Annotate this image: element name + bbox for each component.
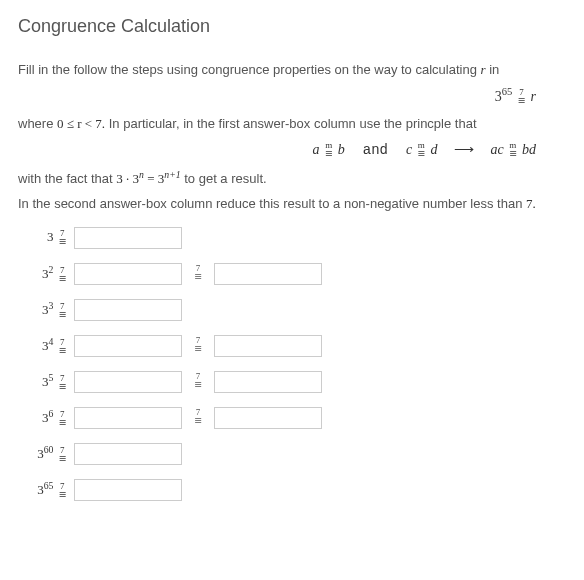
congruent-icon: m≡ xyxy=(509,141,516,160)
cond-pre: where xyxy=(18,116,53,131)
line2-main: In the second answer-box column reduce t… xyxy=(18,196,522,211)
fact-math: 3 · 3n = 3n+1 xyxy=(116,171,180,186)
d1-base: 3 xyxy=(495,89,502,104)
congruent-icon: 7≡ xyxy=(59,374,66,393)
row-label: 3 7≡ xyxy=(18,228,74,248)
congruent-icon: 7≡ xyxy=(59,229,66,248)
answer-row: 36 7≡7≡ xyxy=(18,405,566,431)
intro-tail: in xyxy=(489,62,499,77)
answer-input-col1[interactable] xyxy=(74,263,182,285)
cond-post: In particular, in the first answer-box c… xyxy=(109,116,477,131)
fact-post: to get a result. xyxy=(184,171,266,186)
answer-row: 34 7≡7≡ xyxy=(18,333,566,359)
fact-pre: with the fact that xyxy=(18,171,113,186)
answer-row: 32 7≡7≡ xyxy=(18,261,566,287)
p-a: a xyxy=(313,142,320,157)
intro-pre: Fill in the follow the steps using congr… xyxy=(18,62,477,77)
answer-input-col2[interactable] xyxy=(214,371,322,393)
row-mid: 7≡ xyxy=(182,408,214,427)
answer-row: 360 7≡ xyxy=(18,441,566,467)
answer-input-col1[interactable] xyxy=(74,335,182,357)
fact-text: with the fact that 3 · 3n = 3n+1 to get … xyxy=(18,168,566,189)
row-label: 365 7≡ xyxy=(18,479,74,501)
congruent-icon: m≡ xyxy=(418,141,425,160)
congruent-icon: 7≡ xyxy=(518,88,525,107)
answer-input-col1[interactable] xyxy=(74,407,182,429)
congruent-icon: 7≡ xyxy=(59,410,66,429)
intro-text: Fill in the follow the steps using congr… xyxy=(18,61,566,79)
row-label: 33 7≡ xyxy=(18,299,74,321)
d1-exp: 65 xyxy=(502,86,513,97)
row-label: 36 7≡ xyxy=(18,407,74,429)
row-mid: 7≡ xyxy=(182,264,214,283)
condition-text: where 0 ≤ r < 7. In particular, in the f… xyxy=(18,115,566,133)
intro-var: r xyxy=(481,62,486,77)
answer-row: 35 7≡7≡ xyxy=(18,369,566,395)
d1-rhs: r xyxy=(531,89,536,104)
congruent-icon: 7≡ xyxy=(194,336,201,355)
answer-input-col1[interactable] xyxy=(74,443,182,465)
answer-input-col2[interactable] xyxy=(214,263,322,285)
answer-input-col2[interactable] xyxy=(214,335,322,357)
row-label: 35 7≡ xyxy=(18,371,74,393)
p-c: c xyxy=(406,142,412,157)
congruent-icon: m≡ xyxy=(325,141,332,160)
row-label: 360 7≡ xyxy=(18,443,74,465)
row-label: 34 7≡ xyxy=(18,335,74,357)
answer-row: 33 7≡ xyxy=(18,297,566,323)
answer-row: 365 7≡ xyxy=(18,477,566,503)
answer-rows: 3 7≡32 7≡7≡33 7≡34 7≡7≡35 7≡7≡36 7≡7≡360… xyxy=(18,225,566,503)
congruent-icon: 7≡ xyxy=(59,482,66,501)
answer-input-col1[interactable] xyxy=(74,299,182,321)
p-and: and xyxy=(354,142,396,158)
congruent-icon: 7≡ xyxy=(194,408,201,427)
answer-input-col1[interactable] xyxy=(74,371,182,393)
congruent-icon: 7≡ xyxy=(59,266,66,285)
page-title: Congruence Calculation xyxy=(18,14,566,39)
row-label: 32 7≡ xyxy=(18,263,74,285)
row-mid: 7≡ xyxy=(182,372,214,391)
p-b: b xyxy=(338,142,345,157)
line2-seven: 7. xyxy=(526,196,536,211)
congruent-icon: 7≡ xyxy=(194,264,201,283)
answer-input-col1[interactable] xyxy=(74,479,182,501)
congruent-icon: 7≡ xyxy=(194,372,201,391)
line2-text: In the second answer-box column reduce t… xyxy=(18,195,566,213)
principle-display: a m≡ b and c m≡ d ⟶ ac m≡ bd xyxy=(18,140,566,161)
p-ac: ac xyxy=(490,142,503,157)
congruent-icon: 7≡ xyxy=(59,338,66,357)
congruent-icon: 7≡ xyxy=(59,302,66,321)
answer-input-col1[interactable] xyxy=(74,227,182,249)
target-congruence: 365 7≡ r xyxy=(18,85,566,107)
congruent-icon: 7≡ xyxy=(59,446,66,465)
arrow-icon: ⟶ xyxy=(447,142,481,157)
p-d: d xyxy=(430,142,437,157)
p-bd: bd xyxy=(522,142,536,157)
cond-math: 0 ≤ r < 7. xyxy=(57,116,105,131)
row-mid: 7≡ xyxy=(182,336,214,355)
answer-input-col2[interactable] xyxy=(214,407,322,429)
answer-row: 3 7≡ xyxy=(18,225,566,251)
